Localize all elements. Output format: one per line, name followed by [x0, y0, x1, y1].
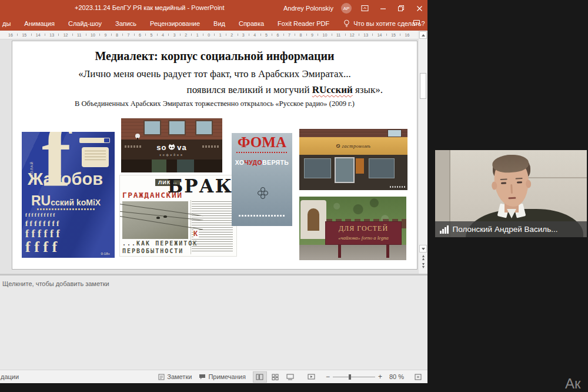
normal-view-icon	[256, 374, 263, 380]
view-buttons-group	[253, 371, 298, 383]
park-sign-line1: ДЛЯ ГОСТЕЙ	[326, 224, 401, 233]
tab-foxit-reader-pdf[interactable]: Foxit Reader PDF	[278, 20, 329, 27]
close-button[interactable]	[414, 3, 425, 14]
sign-leg-decoration	[338, 245, 341, 258]
status-left-clipped[interactable]: дации	[1, 373, 19, 380]
slide-title[interactable]: Медиалект: корпус социальной информации	[12, 49, 417, 63]
text-lines-decoration	[236, 152, 288, 153]
person-eye	[501, 182, 506, 184]
sova-logo-post: va	[177, 143, 186, 152]
sova-logo-pre: so	[156, 143, 166, 152]
minimize-icon	[380, 5, 386, 12]
window-decoration	[143, 120, 161, 135]
notes-pane[interactable]: Щелкните, чтобы добавить заметки	[0, 275, 427, 370]
previous-slide-button[interactable]	[419, 254, 427, 261]
tab-animation[interactable]: Анимация	[24, 20, 55, 27]
horizontal-ruler: 1615141312111098765432101234567891011121…	[0, 31, 418, 39]
tab-help[interactable]: Справка	[239, 20, 264, 27]
scrollbar-thumb[interactable]	[420, 73, 426, 99]
zoom-slider-thumb[interactable]	[349, 374, 351, 380]
tab-record[interactable]: Запись	[115, 20, 136, 27]
reading-view-button[interactable]	[283, 371, 298, 383]
account-avatar[interactable]: AP	[341, 3, 352, 14]
ornament-decoration	[258, 187, 267, 199]
tab-slideshow[interactable]: Слайд-шоу	[68, 20, 102, 27]
person-ear	[526, 180, 532, 188]
triangle-up-icon	[422, 34, 425, 36]
cafe-sign-band: so va кофейня	[121, 139, 222, 160]
tab-transitions-clipped[interactable]: ды	[2, 20, 11, 27]
vertical-scrollbar[interactable]	[418, 31, 427, 274]
storefront-decoration	[299, 155, 407, 190]
image-park-sign[interactable]: ДЛЯ ГОСТЕЙ «чайхона» forno a legna	[299, 197, 406, 260]
image-foma-magazine[interactable]: ФОМА ХОЧУДОВЕРЯТЬ	[232, 133, 292, 226]
glass-window-decoration	[304, 158, 331, 178]
ribbon-display-options-button[interactable]	[359, 3, 370, 14]
wave-decoration	[202, 145, 219, 148]
image-comic-cover[interactable]: f НИКОЛАЙ Жакобов RUсский koMiX f f f f …	[22, 132, 115, 258]
comic-title-rest: сский koMiX	[51, 198, 101, 207]
foma-head-white2: ВЕРЯТЬ	[262, 159, 289, 166]
corner-clipped-text: Ак	[565, 376, 581, 392]
comments-toggle-button[interactable]: Примечания	[199, 373, 246, 380]
slide-quote-line2[interactable]: появился великий и могучий RUсский язык»…	[12, 84, 417, 96]
image-gastronom-storefront[interactable]: Ѳ гастрономъ	[299, 129, 407, 190]
slide-sorter-icon	[272, 374, 279, 380]
quote-line2-post: язык».	[353, 84, 383, 95]
foma-masthead: ФОМА	[232, 134, 292, 151]
pigeons-photo-decoration	[122, 201, 188, 239]
tab-review[interactable]: Рецензирование	[150, 20, 200, 27]
glass-door-decoration	[335, 157, 355, 183]
slide[interactable]: Медиалект: корпус социальной информации …	[12, 41, 417, 270]
person-eyebrow	[500, 178, 507, 180]
bird-decoration	[163, 215, 167, 218]
slide-quote-line1[interactable]: «Лично меня очень радует тот факт, что в…	[12, 68, 417, 80]
zoom-in-button[interactable]: +	[378, 373, 382, 381]
notes-toggle-button[interactable]: Заметки	[158, 373, 192, 380]
gastronom-sign-text: гастрономъ	[342, 143, 371, 149]
image-sova-cafe[interactable]: so va кофейня	[121, 118, 222, 172]
foma-head-red: ЧУДО	[244, 159, 262, 166]
notes-placeholder[interactable]: Щелкните, чтобы добавить заметки	[2, 280, 109, 287]
slideshow-button[interactable]	[305, 371, 319, 383]
text-lines-decoration	[37, 208, 96, 210]
triangle-down-icon	[422, 248, 425, 250]
fit-window-icon	[415, 374, 422, 380]
fit-slide-to-window-button[interactable]	[411, 371, 425, 383]
window-decoration	[168, 120, 186, 135]
zoom-level[interactable]: 80 %	[389, 373, 404, 380]
scroll-up-button[interactable]	[419, 31, 427, 39]
facebook-f-letter: f	[42, 132, 71, 200]
arch-gate-decoration	[300, 200, 326, 239]
tab-view[interactable]: Вид	[213, 20, 225, 27]
minimize-button[interactable]	[377, 3, 388, 14]
drop-cap: К	[193, 230, 199, 238]
timestamp-decoration	[390, 186, 405, 188]
comment-bubble-icon	[199, 374, 206, 380]
f-row: f f f f f f f f f f	[25, 212, 55, 218]
person-eye	[517, 181, 522, 183]
signal-strength-icon	[440, 225, 449, 234]
webcam-tile[interactable]: Полонский Андрей Василь...	[435, 150, 587, 237]
normal-view-button[interactable]	[253, 371, 267, 383]
scroll-down-button[interactable]	[419, 245, 427, 253]
slide-subquote[interactable]: В Объединенных Арабских Эмиратах торжест…	[12, 99, 417, 108]
participant-name-bar: Полонский Андрей Василь...	[435, 221, 587, 237]
comments-toggle-label: Примечания	[208, 373, 246, 380]
image-brak-magazine[interactable]: ЛИКбез ГРАЖДАНСКИЙ БРАК ...КАК ПЕРЕЖИТОК…	[119, 175, 237, 257]
quote-line2-bold: RUсский	[312, 84, 353, 95]
notes-icon	[158, 374, 165, 380]
wave-decoration	[125, 145, 141, 148]
notes-toggle-label: Заметки	[167, 373, 192, 380]
brak-caption-line1: ...КАК ПЕРЕЖИТОК	[122, 240, 198, 248]
restore-button[interactable]	[396, 3, 406, 14]
zoom-slider[interactable]	[333, 377, 375, 377]
account-name[interactable]: Andrey Polonskiy	[283, 5, 333, 12]
comments-button[interactable]	[413, 19, 420, 26]
zoom-out-button[interactable]: −	[326, 373, 330, 381]
slide-sorter-view-button[interactable]	[268, 371, 282, 383]
powerpoint-window: +2023.11.24 БелГУ РЯ как медийный - Powe…	[0, 0, 427, 383]
status-bar: дации Заметки Примечания	[0, 370, 427, 383]
gastronom-logo: Ѳ	[336, 143, 340, 149]
next-slide-button[interactable]	[419, 262, 427, 270]
